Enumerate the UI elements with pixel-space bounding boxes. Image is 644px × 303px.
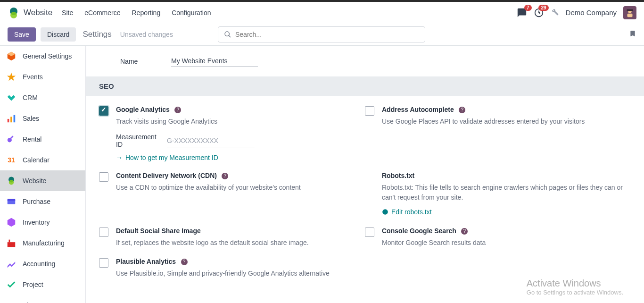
top-navigation: Website Site eCommerce Reporting Configu… xyxy=(0,2,644,24)
settings-sidebar[interactable]: General Settings Events CRM Sales Rental… xyxy=(0,46,86,303)
svg-rect-9 xyxy=(8,119,9,122)
search-input[interactable] xyxy=(235,31,419,38)
sidebar-item-general[interactable]: General Settings xyxy=(0,46,85,67)
checkbox-social-share[interactable] xyxy=(99,227,108,237)
chart-icon xyxy=(6,113,17,124)
factory-icon xyxy=(6,237,17,249)
setting-title: Address Autocomplete xyxy=(382,106,454,113)
cart-icon xyxy=(6,196,17,207)
sidebar-item-rental[interactable]: Rental xyxy=(0,129,85,150)
sidebar-item-calendar[interactable]: 31Calendar xyxy=(0,150,85,170)
sidebar-item-manufacturing[interactable]: Manufacturing xyxy=(0,233,85,253)
setting-title: Default Social Share Image xyxy=(116,227,201,235)
bookmark-button[interactable] xyxy=(629,29,636,40)
sidebar-item-label: Calendar xyxy=(23,156,50,164)
windows-watermark: Activate Windows Go to Settings to activ… xyxy=(527,278,623,296)
checkbox-gsc[interactable] xyxy=(365,227,374,237)
measurement-id-input[interactable] xyxy=(167,133,255,148)
app-logo-icon xyxy=(8,7,20,19)
sidebar-item-label: CRM xyxy=(23,94,38,101)
measurement-id-label: Measurement ID xyxy=(116,133,162,148)
nav-reporting[interactable]: Reporting xyxy=(132,9,160,17)
setting-social-share: Default Social Share Image If set, repla… xyxy=(99,217,365,248)
link-edit-robots[interactable]: Edit robots.txt xyxy=(382,208,432,216)
help-icon[interactable]: ? xyxy=(174,107,181,113)
save-button[interactable]: Save xyxy=(8,27,36,42)
setting-desc: Use a CDN to optimize the availability o… xyxy=(116,183,361,193)
setting-title: Console Google Search xyxy=(382,227,456,235)
arrow-right-icon: → xyxy=(116,154,123,161)
user-avatar[interactable] xyxy=(623,6,636,19)
svg-point-20 xyxy=(382,209,388,215)
help-icon[interactable]: ? xyxy=(222,173,228,179)
setting-cdn: Content Delivery Network (CDN) ? Use a C… xyxy=(99,162,365,217)
nav-site[interactable]: Site xyxy=(62,9,73,17)
website-name-input[interactable] xyxy=(171,55,258,67)
handshake-icon xyxy=(6,92,17,103)
setting-address-autocomplete: Address Autocomplete ? Use Google Places… xyxy=(365,96,631,162)
help-icon[interactable]: ? xyxy=(461,228,468,235)
unsaved-indicator: Unsaved changes xyxy=(120,31,173,38)
website-name-row: Name xyxy=(86,46,644,76)
sidebar-item-sales[interactable]: Sales xyxy=(0,108,85,129)
tools-button[interactable] xyxy=(551,8,559,18)
help-icon[interactable]: ? xyxy=(181,259,188,265)
signature-icon xyxy=(6,300,17,303)
key-icon xyxy=(6,134,17,145)
sidebar-item-label: Website xyxy=(23,177,46,185)
setting-title: Robots.txt xyxy=(382,172,414,179)
calendar-icon: 31 xyxy=(6,154,17,166)
sidebar-item-crm[interactable]: CRM xyxy=(0,87,85,108)
sidebar-item-inventory[interactable]: Inventory xyxy=(0,212,85,233)
sidebar-item-accounting[interactable]: Accounting xyxy=(0,253,85,274)
settings-content[interactable]: Name SEO Google Analytics ? Track visits… xyxy=(86,46,644,303)
search-icon xyxy=(224,31,231,38)
user-icon xyxy=(625,8,635,18)
setting-google-search-console: Console Google Search ? Monitor Google S… xyxy=(365,217,631,248)
sidebar-item-sign[interactable]: Sign xyxy=(0,295,85,303)
nav-ecommerce[interactable]: eCommerce xyxy=(84,9,120,17)
breadcrumb: Settings xyxy=(83,30,111,39)
checkbox-address-autocomplete[interactable] xyxy=(365,106,374,116)
android-icon xyxy=(382,209,388,215)
sidebar-item-label: Project xyxy=(23,281,43,288)
help-icon[interactable]: ? xyxy=(459,107,465,113)
setting-robots: Robots.txt Robots.txt: This file tells t… xyxy=(365,162,631,217)
discard-button[interactable]: Discard xyxy=(41,27,76,42)
cube-icon xyxy=(6,50,17,62)
activities-badge: 29 xyxy=(538,5,548,11)
company-name[interactable]: Demo Company xyxy=(566,8,617,17)
svg-point-7 xyxy=(225,32,229,36)
sidebar-item-label: Accounting xyxy=(23,260,55,268)
setting-desc: Use Plausible.io, Simple and privacy-fri… xyxy=(116,269,361,278)
sidebar-item-label: General Settings xyxy=(23,52,72,60)
link-howto-measurement[interactable]: →How to get my Measurement ID xyxy=(116,154,218,161)
sidebar-item-website[interactable]: Website xyxy=(0,170,85,191)
app-name[interactable]: Website xyxy=(24,8,52,17)
svg-rect-5 xyxy=(627,13,633,17)
sidebar-item-purchase[interactable]: Purchase xyxy=(0,191,85,212)
nav-configuration[interactable]: Configuration xyxy=(172,9,211,17)
setting-title: Google Analytics xyxy=(116,106,170,113)
svg-point-1 xyxy=(10,12,17,18)
setting-desc: If set, replaces the website logo as the… xyxy=(116,238,361,248)
search-box[interactable] xyxy=(218,26,425,42)
checkbox-google-analytics[interactable] xyxy=(99,106,108,116)
svg-point-15 xyxy=(9,180,14,185)
messages-badge: 7 xyxy=(524,5,532,11)
setting-desc: Robots.txt: This file tells to search en… xyxy=(382,183,627,202)
checkbox-cdn[interactable] xyxy=(99,172,108,182)
checkbox-plausible[interactable] xyxy=(99,258,108,268)
setting-title: Content Delivery Network (CDN) xyxy=(116,172,217,179)
sidebar-item-label: Events xyxy=(23,73,43,81)
activities-button[interactable]: 29 xyxy=(534,8,544,18)
messages-button[interactable]: 7 xyxy=(517,8,527,18)
sidebar-item-events[interactable]: Events xyxy=(0,67,85,87)
sidebar-item-label: Manufacturing xyxy=(23,239,65,247)
bookmark-icon xyxy=(629,29,636,38)
sidebar-item-label: Inventory xyxy=(23,219,50,226)
svg-rect-19 xyxy=(9,240,10,243)
svg-rect-11 xyxy=(14,115,16,123)
svg-rect-10 xyxy=(10,117,12,122)
sidebar-item-project[interactable]: Project xyxy=(0,274,85,295)
